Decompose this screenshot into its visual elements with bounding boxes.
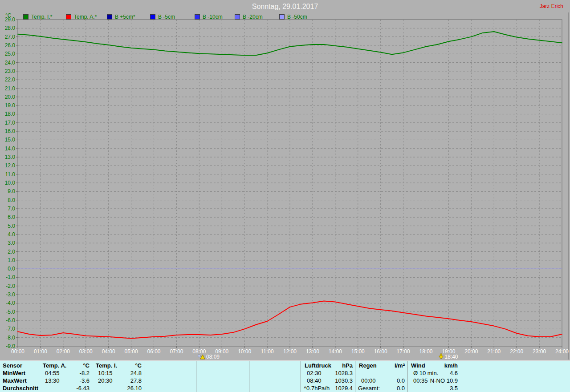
y-tick-label: 7.0 [8,206,15,212]
stats-row-label: MinWert [3,369,25,377]
stats-row [196,369,249,377]
stats-cell-time: 20:30 [98,377,113,384]
stats-row [249,384,301,392]
y-tick-label: -5.0 [6,309,15,315]
y-tick-label: 24.0 [5,60,16,66]
stats-cell-value: 26.10 [127,384,142,392]
stats-row: 13:30-3.6 [39,377,92,384]
y-tick-label: 17.0 [5,120,16,126]
stats-cell-time: 04:55 [45,369,60,377]
stats-cell-value: -6.43 [76,384,90,392]
y-tick-label: 13.0 [5,154,16,160]
stats-row: -6.43 [39,384,92,392]
stats-row: 00:000.0 [355,377,407,384]
stats-cell-time: Ø 10 min. [413,369,438,377]
x-tick-label: 13:00 [306,348,319,355]
stats-col-wind: Windkm/hØ 10 min.4.600:35N-NO 10.93.5 [407,361,460,392]
stats-row-label: MaxWert [3,377,27,384]
stats-row [144,384,196,392]
x-tick-label: 10:00 [238,348,251,355]
stats-cell-value: 0.0 [397,384,405,392]
x-tick-label: 14:00 [329,348,342,355]
y-tick-label: -2.0 [6,283,15,289]
stats-row: 3.5 [407,384,460,392]
weather-logger-window: Sonntag, 29.01.2017 Jarz Erich °C Temp. … [0,0,570,392]
x-tick-label: 16:00 [374,348,387,355]
stats-row-label: Sensor [3,362,22,369]
y-tick-label: 11.0 [5,171,16,178]
stats-col-unit: l/m² [395,362,405,369]
x-tick-label: 05:00 [125,348,138,355]
y-tick-label: 21.0 [5,85,16,92]
y-tick-label: 4.0 [8,231,15,238]
stats-col-header: Wind [411,362,425,369]
y-tick-label: 3.0 [8,240,15,246]
stats-col-regen: Regenl/m²00:000.0Gesamt:0.0 [355,361,407,392]
stats-panel: SensorMinWertMaxWertDurchschnittTemp. A.… [0,360,570,392]
stats-row: 20:3027.8 [92,377,144,384]
y-tick-label: 10.0 [5,180,16,186]
x-tick-label: 07:00 [170,348,183,355]
stats-row: Gesamt:0.0 [355,384,407,392]
stats-row: 00:35N-NO 10.9 [407,377,460,384]
y-tick-label: 14.0 [5,145,16,152]
y-tick-label: -7.0 [6,326,15,332]
sunrise-icon [200,355,205,359]
y-tick-label: 6.0 [8,214,15,220]
stats-col-empty-5 [249,361,301,392]
y-tick-label: -8.0 [6,335,15,341]
x-tick-label: 06:00 [147,348,160,355]
stats-cell-time: 08:40 [307,377,322,384]
stats-cell-value: -8.2 [80,369,90,377]
stats-cell-time: Gesamt: [358,384,380,392]
x-tick-label: 04:00 [102,348,115,355]
y-tick-label: -6.0 [6,317,15,323]
y-tick-label: 19.0 [5,102,16,109]
stats-row [249,362,301,369]
stats-row [249,377,301,384]
x-tick-label: 12:00 [283,348,297,355]
y-tick-label: 28.0 [5,25,16,31]
y-tick-label: 2.0 [8,249,15,255]
y-tick-label: 26.0 [5,42,16,48]
x-tick-label: 24:00 [555,348,569,355]
stats-row: Temp. I.°C [92,362,144,369]
stats-row: Regenl/m² [355,362,407,369]
stats-col-header: Regen [359,362,377,369]
stats-cell-time: 02:30 [307,369,322,377]
y-tick-label: 5.0 [8,223,15,229]
sunrise-time-label: 08:09 [206,354,220,360]
sunset-time-label: 18:40 [444,354,458,360]
stats-cell-value: 1030.3 [335,377,353,384]
stats-row: 26.10 [92,384,144,392]
stats-row: Windkm/h [407,362,460,369]
stats-col-temp-i: Temp. I.°C10:1524.820:3027.826.10 [92,361,144,392]
stats-cell-value: 24.8 [130,369,142,377]
stats-cell-value: -3.6 [80,377,90,384]
stats-cell-value: 1028.3 [335,369,353,377]
stats-row [144,369,196,377]
y-tick-label: 0.0 [8,266,15,272]
y-tick-label: 16.0 [5,128,16,134]
x-tick-label: 20:00 [464,348,478,355]
stats-cell-value: 1029.4 [335,384,353,392]
y-tick-label: 8.0 [8,197,15,203]
x-tick-label: 02:00 [57,348,70,355]
stats-row [196,384,249,392]
stats-row: 02:301028.3 [301,369,355,377]
stats-col-empty-3 [144,361,196,392]
y-tick-label: 12.0 [5,162,16,169]
stats-cell-time: 13:30 [45,377,60,384]
y-tick-label: 23.0 [5,68,16,74]
stats-cell-time: 00:00 [361,377,376,384]
stats-row [144,377,196,384]
x-tick-label: 21:00 [487,348,501,355]
stats-col-unit: °C [83,362,90,369]
y-tick-label: -1.0 [6,274,15,280]
x-tick-label: 22:00 [510,348,523,355]
stats-cell-value: 27.8 [130,377,142,384]
stats-col-temp-a: Temp. A.°C04:55-8.213:30-3.6-6.43 [39,361,92,392]
stats-col-header: Temp. A. [43,362,66,369]
stats-row [196,377,249,384]
stats-col-row-labels: SensorMinWertMaxWertDurchschnitt [0,361,39,392]
